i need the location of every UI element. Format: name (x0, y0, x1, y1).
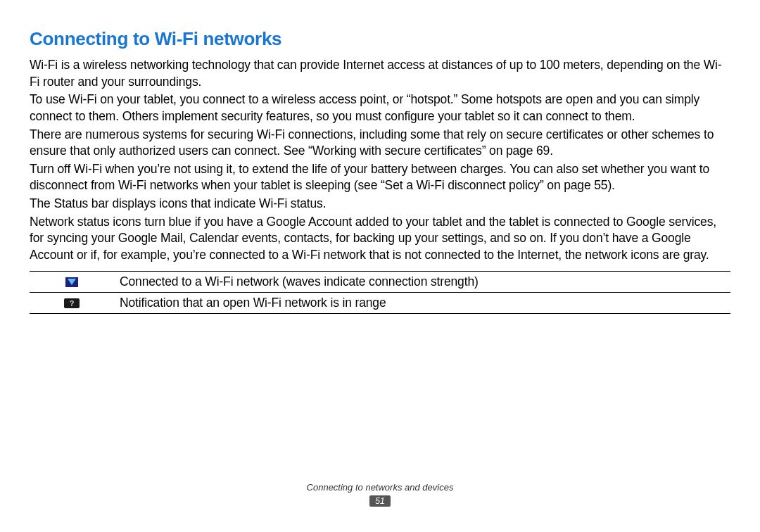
status-description: Connected to a Wi-Fi network (waves indi… (114, 271, 730, 292)
table-row: Connected to a Wi-Fi network (waves indi… (30, 271, 730, 292)
page-number: 51 (369, 495, 390, 507)
table-row: ? Notification that an open Wi-Fi networ… (30, 292, 730, 313)
status-description: Notification that an open Wi-Fi network … (114, 292, 730, 313)
paragraph: There are numerous systems for securing … (30, 127, 730, 160)
wifi-open-notification-icon: ? (64, 298, 80, 308)
paragraph: Network status icons turn blue if you ha… (30, 214, 730, 264)
page-footer: Connecting to networks and devices 51 (0, 482, 760, 507)
footer-section-title: Connecting to networks and devices (0, 482, 760, 493)
paragraph: To use Wi-Fi on your tablet, you connect… (30, 91, 730, 125)
paragraph: Wi-Fi is a wireless networking technolog… (30, 57, 730, 90)
section-heading: Connecting to Wi-Fi networks (30, 28, 730, 50)
paragraph: Turn off Wi-Fi when you’re not using it,… (30, 161, 730, 194)
wifi-connected-icon (65, 277, 78, 287)
paragraph: The Status bar displays icons that indic… (30, 196, 730, 213)
icon-cell (30, 271, 114, 292)
icon-cell: ? (30, 292, 114, 313)
wifi-status-table: Connected to a Wi-Fi network (waves indi… (30, 271, 730, 314)
